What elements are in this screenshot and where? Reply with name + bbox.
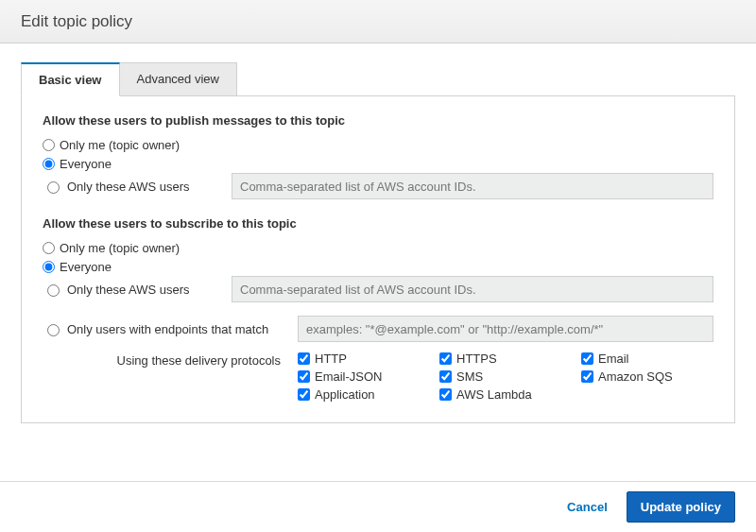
dialog-header: Edit topic policy [0,0,756,43]
protocol-https-checkbox[interactable] [439,352,452,365]
protocol-application-label: Application [315,387,375,402]
protocol-lambda-checkbox[interactable] [439,388,452,401]
cancel-label: Cancel [567,500,608,514]
publish-everyone-label: Everyone [60,157,112,171]
subscribe-heading: Allow these users to subscribe to this t… [43,216,713,231]
subscribe-only-me-radio[interactable] [43,242,55,254]
publish-only-aws-radio[interactable] [47,181,60,194]
subscribe-only-me-label: Only me (topic owner) [60,241,180,255]
protocol-email-label: Email [598,352,629,366]
protocol-lambda-label: AWS Lambda [456,387,532,402]
subscribe-endpoints-radio[interactable] [47,324,60,336]
subscribe-only-aws-label: Only these AWS users [67,283,190,297]
protocols-label: Using these delivery protocols [43,352,298,402]
tabs: Basic view Advanced view [21,62,735,95]
update-policy-button[interactable]: Update policy [627,491,735,523]
publish-everyone-radio[interactable] [43,158,55,170]
tab-advanced-view[interactable]: Advanced view [120,62,237,96]
subscribe-endpoints-label: Only users with endpoints that match [67,322,268,336]
subscribe-endpoints-input[interactable] [298,316,713,342]
subscribe-aws-ids-input[interactable] [232,276,713,302]
page-title: Edit topic policy [21,12,132,31]
policy-panel: Allow these users to publish messages to… [21,95,735,423]
publish-heading: Allow these users to publish messages to… [43,113,713,128]
tab-basic-view[interactable]: Basic view [21,62,120,96]
subscribe-everyone-radio[interactable] [43,261,55,273]
protocol-sms-label: SMS [456,369,483,384]
protocol-sqs-checkbox[interactable] [581,370,593,383]
protocol-https-label: HTTPS [456,352,497,366]
protocol-sms-checkbox[interactable] [439,370,452,383]
subscribe-only-aws-radio[interactable] [47,284,60,297]
protocol-application-checkbox[interactable] [298,388,310,401]
tab-label: Advanced view [137,72,219,86]
publish-only-me-label: Only me (topic owner) [60,138,180,152]
content-area: Basic view Advanced view Allow these use… [0,43,756,423]
publish-only-aws-label: Only these AWS users [67,180,190,194]
publish-aws-ids-input[interactable] [232,173,713,199]
protocol-sqs-label: Amazon SQS [598,369,673,384]
protocol-http-checkbox[interactable] [298,352,310,365]
tab-label: Basic view [39,73,102,87]
protocol-email-json-checkbox[interactable] [298,370,310,383]
protocol-http-label: HTTP [315,352,347,366]
protocol-email-json-label: Email-JSON [315,369,383,384]
update-label: Update policy [641,500,721,514]
protocol-email-checkbox[interactable] [581,352,593,365]
dialog-footer: Cancel Update policy [0,481,756,532]
subscribe-everyone-label: Everyone [60,260,112,274]
protocols-grid: HTTP HTTPS Email Email-JSON SMS Amazon S… [298,352,713,402]
publish-only-me-radio[interactable] [43,139,55,151]
cancel-button[interactable]: Cancel [563,492,611,522]
